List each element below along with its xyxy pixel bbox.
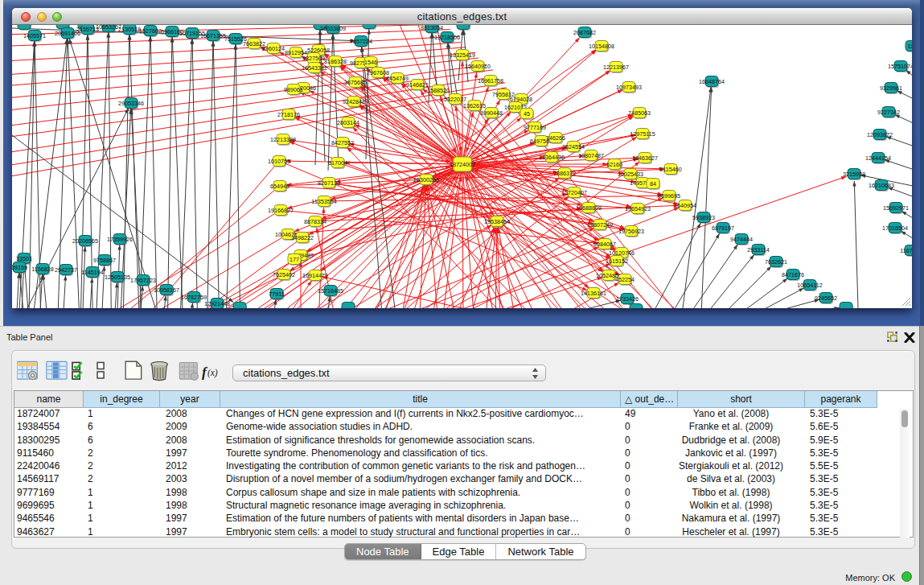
svg-text:1615152: 1615152	[606, 257, 628, 265]
svg-text:19654923: 19654923	[625, 205, 651, 212]
svg-text:12921448: 12921448	[204, 300, 230, 307]
svg-text:20206565: 20206565	[72, 237, 98, 245]
svg-text:3215958: 3215958	[843, 171, 865, 178]
svg-text:84: 84	[650, 180, 656, 187]
svg-text:19538454: 19538454	[484, 218, 510, 225]
svg-text:18807249: 18807249	[587, 221, 613, 229]
svg-text:3675685: 3675685	[344, 79, 367, 86]
svg-text:3498222: 3498222	[291, 234, 314, 241]
svg-text:12444154: 12444154	[865, 154, 891, 162]
svg-text:16648764: 16648764	[699, 78, 725, 85]
svg-text:1640954: 1640954	[674, 202, 696, 209]
svg-text:15692971: 15692971	[883, 204, 909, 212]
svg-text:2130518: 2130518	[118, 26, 141, 33]
svg-text:12213967: 12213967	[603, 64, 629, 71]
svg-text:1546: 1546	[364, 59, 377, 66]
svg-text:16210643: 16210643	[869, 182, 894, 189]
svg-text:15716485: 15716485	[318, 287, 343, 295]
svg-text:15640910: 15640910	[465, 63, 491, 70]
svg-text:29053346: 29053346	[118, 100, 144, 107]
svg-text:77911: 77911	[269, 290, 284, 298]
svg-text:6879197: 6879197	[712, 225, 734, 232]
svg-text:5938923: 5938923	[692, 214, 715, 221]
svg-text:8990448: 8990448	[480, 109, 503, 117]
svg-text:177: 177	[290, 256, 299, 263]
svg-text:9827509: 9827509	[302, 55, 325, 62]
svg-text:16961758: 16961758	[478, 77, 503, 84]
svg-text:9245652: 9245652	[815, 295, 837, 302]
svg-text:1010755: 1010755	[268, 158, 290, 165]
svg-text:13218506: 13218506	[434, 34, 460, 41]
svg-text:9227342: 9227342	[877, 109, 900, 116]
svg-text:1156828: 1156828	[31, 266, 53, 273]
svg-text:9084067: 9084067	[593, 241, 616, 248]
svg-text:33501: 33501	[16, 255, 32, 262]
svg-text:9777169: 9777169	[524, 124, 546, 131]
svg-text:17957223: 17957223	[130, 277, 156, 284]
svg-text:8267130: 8267130	[318, 179, 340, 187]
svg-text:17016504: 17016504	[882, 225, 908, 232]
svg-text:11353554: 11353554	[311, 198, 336, 205]
svg-text:2087682: 2087682	[573, 29, 596, 36]
svg-text:19166827: 19166827	[268, 207, 294, 214]
svg-text:17359926: 17359926	[107, 236, 133, 243]
svg-text:16671355: 16671355	[200, 32, 226, 39]
svg-text:39159: 39159	[12, 264, 27, 271]
svg-text:1527602: 1527602	[139, 27, 162, 35]
svg-text:8186328: 8186328	[324, 58, 347, 65]
svg-text:8813054: 8813054	[421, 25, 443, 31]
svg-text:989061: 989061	[284, 86, 303, 93]
svg-text:1733426: 1733426	[616, 295, 639, 303]
svg-text:12093872: 12093872	[867, 131, 893, 138]
svg-text:16782759: 16782759	[181, 294, 207, 301]
svg-text:10807487: 10807487	[578, 152, 604, 159]
svg-text:9242848: 9242848	[343, 98, 365, 105]
svg-text:62160: 62160	[606, 161, 622, 168]
svg-text:10154808: 10154808	[589, 43, 614, 50]
svg-text:16033809: 16033809	[320, 25, 346, 32]
svg-text:1362615: 1362615	[463, 102, 486, 109]
svg-text:2803144: 2803144	[337, 119, 359, 126]
svg-text:21364436: 21364436	[539, 154, 565, 161]
svg-text:12505135: 12505135	[105, 274, 130, 281]
svg-text:7857224: 7857224	[350, 38, 372, 45]
svg-text:452254: 452254	[615, 276, 634, 283]
svg-text:7632621: 7632621	[765, 258, 787, 266]
svg-text:10654112: 10654112	[797, 282, 822, 289]
svg-text:14136141: 14136141	[581, 290, 606, 297]
svg-text:8427552: 8427552	[331, 139, 354, 146]
svg-text:8960124: 8960124	[262, 45, 285, 52]
svg-text:9474444: 9474444	[730, 236, 753, 243]
svg-text:13325419: 13325419	[450, 51, 475, 59]
svg-text:15751074: 15751074	[888, 63, 912, 70]
svg-text:746266: 746266	[546, 134, 565, 142]
svg-text:(x): (x)	[207, 368, 218, 378]
svg-text:2718176: 2718176	[277, 111, 300, 118]
svg-text:1145194: 1145194	[81, 269, 103, 276]
svg-text:12975115: 12975115	[630, 130, 655, 138]
svg-text:7625402: 7625402	[273, 271, 295, 278]
svg-text:111: 111	[908, 43, 912, 50]
svg-text:7485063: 7485063	[628, 109, 651, 117]
svg-text:1167534: 1167534	[900, 247, 912, 254]
svg-text:10973493: 10973493	[616, 84, 642, 91]
svg-text:2933114: 2933114	[747, 246, 769, 253]
svg-text:617004: 617004	[328, 159, 347, 167]
svg-text:7386372: 7386372	[553, 170, 576, 177]
svg-text:15720407: 15720407	[561, 189, 587, 196]
svg-text:9329961: 9329961	[880, 84, 902, 92]
svg-text:9146821: 9146821	[406, 81, 429, 89]
svg-text:9115460: 9115460	[659, 166, 681, 173]
svg-text:2942737: 2942737	[55, 266, 77, 274]
svg-text:8454749: 8454749	[386, 75, 409, 82]
svg-text:1588520: 1588520	[427, 87, 450, 94]
svg-text:8471676: 8471676	[782, 271, 804, 278]
svg-text:18724007: 18724007	[450, 161, 475, 168]
svg-text:10958167: 10958167	[154, 286, 179, 294]
svg-text:654943: 654943	[270, 183, 290, 190]
svg-text:12213389: 12213389	[270, 136, 296, 143]
svg-text:10688809: 10688809	[576, 204, 602, 212]
svg-text:8878334: 8878334	[304, 218, 326, 225]
svg-text:9758867: 9758867	[93, 257, 116, 264]
svg-text:16543382: 16543382	[302, 64, 327, 72]
